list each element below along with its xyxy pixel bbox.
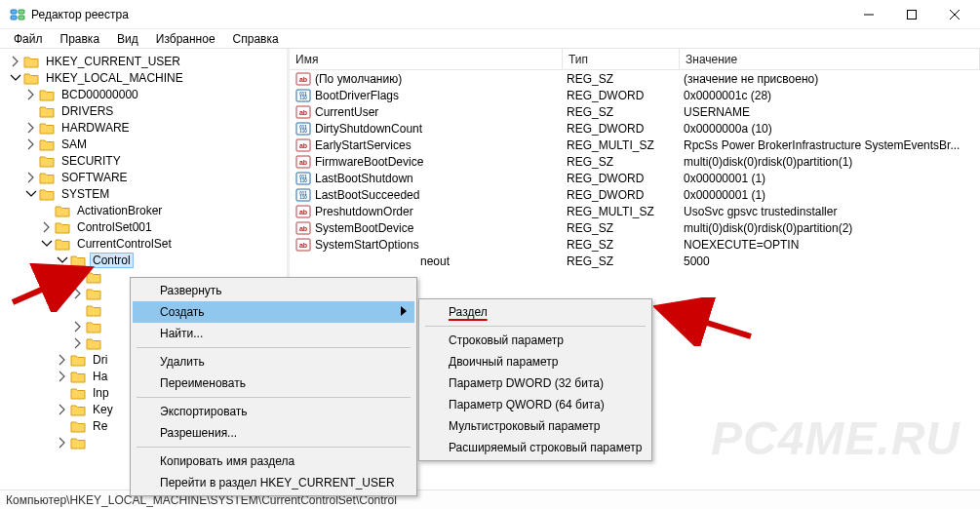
chevron-right-icon[interactable] (72, 321, 84, 333)
menu-file[interactable]: Файл (6, 30, 51, 48)
tree-node[interactable]: SECURITY (25, 152, 285, 169)
tree-node[interactable]: BCD00000000 (25, 86, 285, 102)
chevron-right-icon[interactable] (72, 271, 84, 283)
tree-label: Key (91, 403, 115, 416)
folder-icon (39, 187, 55, 201)
chevron-right-icon[interactable] (25, 89, 37, 100)
minimize-button[interactable] (847, 0, 890, 29)
col-value[interactable]: Значение (680, 49, 980, 69)
value-data: RpcSs Power BrokerInfrastructure SystemE… (684, 138, 980, 152)
menu-view[interactable]: Вид (109, 30, 146, 48)
value-data: USERNAME (684, 105, 980, 119)
folder-icon (55, 204, 70, 217)
cm-goto[interactable]: Перейти в раздел HKEY_CURRENT_USER (133, 472, 414, 493)
sm-qword[interactable]: Параметр QWORD (64 бита) (421, 394, 649, 415)
sm-key[interactable]: Раздел (421, 301, 649, 323)
chevron-right-icon[interactable] (25, 138, 37, 150)
tree-node-currentcontrolset[interactable]: CurrentControlSet (41, 235, 285, 252)
cm-export[interactable]: Экспортировать (133, 401, 414, 422)
cm-delete[interactable]: Удалить (133, 351, 414, 372)
value-type: REG_SZ (567, 221, 684, 235)
list-row[interactable]: neoutREG_SZ5000 (290, 253, 980, 269)
folder-icon (70, 254, 86, 267)
list-row[interactable]: (По умолчанию)REG_SZ(значение не присвое… (290, 70, 980, 87)
menu-favorites[interactable]: Избранное (148, 30, 223, 48)
tree-node[interactable]: ActivationBroker (41, 202, 285, 218)
value-type: REG_MULTI_SZ (567, 205, 684, 218)
tree-node[interactable]: ControlSet001 (41, 218, 285, 235)
tree-label: SYSTEM (59, 187, 111, 201)
tree-label: BCD00000000 (59, 88, 140, 101)
separator (137, 447, 411, 448)
chevron-right-icon[interactable] (10, 56, 21, 67)
chevron-right-icon[interactable] (57, 404, 68, 415)
chevron-down-icon[interactable] (10, 72, 21, 84)
tree-label: ControlSet001 (75, 220, 154, 234)
value-type: REG_SZ (567, 105, 684, 119)
value-type-icon (295, 237, 311, 253)
list-row[interactable]: SystemBootDeviceREG_SZmulti(0)disk(0)rdi… (290, 219, 980, 236)
maximize-button[interactable] (890, 0, 933, 29)
tree-node[interactable]: SOFTWARE (25, 169, 285, 185)
chevron-right-icon[interactable] (57, 371, 68, 382)
close-button[interactable] (933, 0, 976, 29)
list-row[interactable]: SystemStartOptionsREG_SZ NOEXECUTE=OPTIN (290, 236, 980, 253)
tree-label: CurrentControlSet (75, 237, 174, 251)
list-row[interactable]: FirmwareBootDeviceREG_SZmulti(0)disk(0)r… (290, 153, 980, 170)
list-row[interactable]: LastBootShutdownREG_DWORD0x00000001 (1) (290, 170, 980, 186)
chevron-right-icon[interactable] (25, 122, 37, 134)
tree-node[interactable]: SAM (25, 136, 285, 152)
chevron-right-icon[interactable] (57, 354, 68, 366)
tree-node-hkcu[interactable]: HKEY_CURRENT_USER (10, 53, 285, 69)
tree-node[interactable]: DRIVERS (25, 102, 285, 119)
context-menu[interactable]: Развернуть Создать Найти... Удалить Пере… (130, 277, 417, 496)
tree-node[interactable]: HARDWARE (25, 119, 285, 136)
list-row[interactable]: LastBootSucceededREG_DWORD0x00000001 (1) (290, 186, 980, 203)
menu-help[interactable]: Справка (225, 30, 287, 48)
value-name: SystemStartOptions (315, 238, 567, 252)
list-row[interactable]: EarlyStartServicesREG_MULTI_SZRpcSs Powe… (290, 137, 980, 153)
tree-label: Dri (91, 353, 109, 367)
sm-dword[interactable]: Параметр DWORD (32 бита) (421, 372, 649, 394)
col-name[interactable]: Имя (290, 49, 563, 69)
chevron-right-icon[interactable] (72, 288, 84, 299)
folder-icon (70, 370, 86, 383)
tree-label: SOFTWARE (59, 171, 130, 184)
chevron-right-icon[interactable] (41, 221, 53, 233)
list-row[interactable]: DirtyShutdownCountREG_DWORD0x0000000a (1… (290, 120, 980, 137)
context-submenu-create[interactable]: Раздел Строковый параметр Двоичный парам… (418, 298, 652, 461)
col-type[interactable]: Тип (563, 49, 680, 69)
tree-node-hklm[interactable]: HKEY_LOCAL_MACHINE (10, 69, 285, 86)
list-row[interactable]: BootDriverFlagsREG_DWORD0x0000001c (28) (290, 87, 980, 103)
menu-edit[interactable]: Правка (53, 30, 108, 48)
cm-copy-keyname[interactable]: Копировать имя раздела (133, 450, 414, 472)
chevron-down-icon[interactable] (25, 188, 37, 200)
list-row[interactable]: PreshutdownOrderREG_MULTI_SZUsoSvc gpsvc… (290, 203, 980, 219)
sm-expand[interactable]: Расширяемый строковый параметр (421, 437, 649, 458)
tree-node-system[interactable]: SYSTEM (25, 185, 285, 202)
cm-create[interactable]: Создать (133, 301, 414, 323)
value-name: SystemBootDevice (315, 221, 567, 235)
window-title: Редактор реестра (31, 8, 129, 21)
value-type-icon (295, 137, 311, 153)
folder-icon (86, 270, 101, 284)
list-row[interactable]: CurrentUserREG_SZUSERNAME (290, 103, 980, 120)
chevron-right-icon[interactable] (57, 437, 68, 449)
sm-binary[interactable]: Двоичный параметр (421, 351, 649, 372)
chevron-down-icon[interactable] (41, 238, 53, 250)
cm-find[interactable]: Найти... (133, 323, 414, 344)
chevron-right-icon[interactable] (25, 172, 37, 183)
sm-multistring[interactable]: Мультистроковый параметр (421, 415, 649, 437)
chevron-down-icon[interactable] (57, 254, 68, 266)
chevron-right-icon[interactable] (72, 337, 84, 349)
cm-permissions[interactable]: Разрешения... (133, 422, 414, 444)
value-data: 5000 (684, 254, 980, 268)
cm-expand[interactable]: Развернуть (133, 280, 414, 301)
separator (425, 326, 646, 327)
folder-icon (23, 71, 39, 85)
value-type-icon (295, 121, 311, 137)
sm-string[interactable]: Строковый параметр (421, 330, 649, 351)
cm-rename[interactable]: Переименовать (133, 372, 414, 394)
folder-icon (70, 436, 86, 450)
tree-node-control[interactable]: Control (57, 252, 285, 268)
